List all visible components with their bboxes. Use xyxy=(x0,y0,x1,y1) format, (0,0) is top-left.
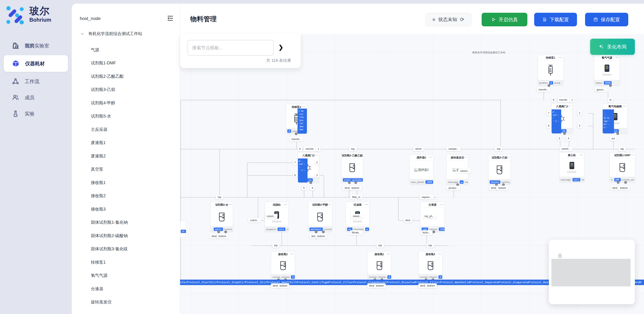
node-menu-icon[interactable]: ••• xyxy=(615,56,619,59)
tree-item[interactable]: 氢气气源 xyxy=(91,269,180,282)
flow-node[interactable]: 试剂瓶5-水•••:watercurrent_v›› xyxy=(210,202,233,232)
port-pill[interactable]: centrif... xyxy=(560,147,572,151)
node-menu-icon[interactable]: ••• xyxy=(440,203,444,206)
port-pill[interactable]: 2 xyxy=(578,111,582,116)
node-menu-icon[interactable]: ••• xyxy=(365,203,368,206)
port-pill[interactable]: transfe. xyxy=(558,98,570,102)
port-pill[interactable]: botto... xyxy=(421,230,432,235)
value-badge[interactable]: DMF xyxy=(614,178,621,181)
node-menu-icon[interactable]: ••• xyxy=(290,252,294,255)
node-menu-icon[interactable]: ••• xyxy=(438,252,441,255)
port-handle[interactable]: › xyxy=(322,230,325,233)
port-pill[interactable]: out xyxy=(610,136,617,141)
port-pill[interactable]: 6 xyxy=(293,173,297,178)
port-handle[interactable]: › xyxy=(315,230,318,233)
port-pill[interactable]: bind xyxy=(404,218,412,223)
value-badge[interactable]: 0 xyxy=(387,275,391,279)
flow-node[interactable]: 试剂瓶2-乙酸乙酯•••ethyl_acetatecurre›› xyxy=(341,153,363,183)
port-pill[interactable]: top xyxy=(216,195,223,199)
download-config-button[interactable]: 下载配置 xyxy=(534,13,577,26)
port-pill[interactable]: bind xyxy=(610,186,619,190)
node-menu-icon[interactable]: ••• xyxy=(568,105,572,108)
port-pill[interactable]: 7 xyxy=(546,111,551,116)
port-pill[interactable]: top_ph... xyxy=(423,214,436,219)
flow-node[interactable]: 转移泵1•••position:0pump› xyxy=(538,55,564,86)
port-pill[interactable]: 8 xyxy=(552,98,556,102)
collapse-panel-icon[interactable] xyxy=(167,15,174,22)
value-badge[interactable]: ▬ xyxy=(460,180,464,184)
flow-node[interactable]: 搅拌器2•••搅拌器2max_speed:2000 xyxy=(410,155,433,185)
expand-chevron-icon[interactable]: ❯ xyxy=(278,44,283,51)
tree-item[interactable]: 试剂瓶2-乙酸乙酯 xyxy=(91,70,180,83)
port-pill[interactable]: bottom xyxy=(316,234,327,239)
port-pill[interactable]: 8 xyxy=(298,147,302,151)
node-search-input[interactable] xyxy=(188,40,274,56)
tree-item[interactable]: 主反应器 xyxy=(91,123,180,136)
flow-node[interactable]: 氢气电磁阀•••Devicestatus:nul: ': 12.0, ime':… xyxy=(602,104,628,134)
flow-node[interactable]: 氢气气源•••Devicestatus:OPEN› xyxy=(594,55,620,86)
tree-item[interactable]: 试剂瓶3-己烷 xyxy=(91,83,180,96)
port-handle[interactable]: › xyxy=(616,132,619,135)
port-handle[interactable]: › xyxy=(224,230,227,233)
port-pill[interactable]: top xyxy=(495,147,502,151)
port-pill[interactable]: separa... xyxy=(420,195,434,199)
node-menu-icon[interactable]: ••• xyxy=(464,156,467,159)
tree-item[interactable]: 废液瓶1 xyxy=(91,136,180,150)
port-pill[interactable]: transfe... xyxy=(290,137,304,142)
value-badge[interactable]: null xyxy=(278,228,286,231)
value-badge[interactable]: dl xyxy=(181,230,186,233)
node-menu-icon[interactable]: ••• xyxy=(623,105,626,108)
node-menu-icon[interactable]: ••• xyxy=(506,156,510,159)
node-menu-icon[interactable]: ••• xyxy=(387,252,390,255)
port-handle[interactable]: › xyxy=(295,132,298,135)
node-menu-icon[interactable]: ••• xyxy=(284,203,287,206)
port-handle[interactable]: › xyxy=(348,181,351,184)
minimap[interactable] xyxy=(549,240,635,304)
sidebar-item-my-lab[interactable]: 我的实验室 xyxy=(4,39,68,52)
port-handle[interactable]: › xyxy=(624,181,627,184)
value-badge[interactable]: 0 xyxy=(549,81,553,85)
port-pill[interactable]: 1 xyxy=(570,98,574,102)
value-badge[interactable]: nu xyxy=(308,178,313,182)
port-handle[interactable]: › xyxy=(432,230,435,233)
tree-item[interactable]: 接收瓶2 xyxy=(91,189,180,203)
port-pill[interactable]: bottom xyxy=(618,186,630,190)
port-pill[interactable]: 5 xyxy=(302,186,306,190)
port-handle[interactable]: › xyxy=(563,132,566,135)
flow-node[interactable]: 转移泵2•••0pump_info:{'de 'vir 'sta 'pos 'c… xyxy=(286,104,307,134)
tree-item[interactable]: 试剂瓶5-水 xyxy=(91,110,180,123)
tree-item[interactable]: 接收瓶3 xyxy=(91,202,180,216)
flow-node[interactable]: 八通阀门1•••status:Idp', ion': › ' ⚿ ›› xyxy=(552,104,573,134)
port-pill[interactable]: bottom xyxy=(496,186,508,190)
value-badge[interactable]: 2000 xyxy=(426,180,433,184)
value-badge[interactable]: 250 xyxy=(439,228,444,231)
port-handle[interactable]: › xyxy=(217,230,220,233)
node-menu-icon[interactable]: ••• xyxy=(358,154,362,157)
port-pill[interactable]: sample... xyxy=(446,147,461,151)
port-pill[interactable]: bottom xyxy=(217,234,228,239)
port-pill[interactable]: top xyxy=(272,243,280,248)
port-handle[interactable]: › xyxy=(617,181,620,184)
port-handle[interactable]: › xyxy=(548,84,550,87)
port-pill[interactable]: transfe... xyxy=(537,87,550,92)
node-menu-icon[interactable]: ••• xyxy=(580,154,583,156)
beautify-layout-button[interactable]: 美化布局 xyxy=(590,39,635,55)
node-menu-icon[interactable]: ••• xyxy=(559,56,562,59)
flow-node[interactable]: 接收瓶2•••current_volume:0›› xyxy=(271,251,295,280)
value-badge[interactable]: 0 xyxy=(287,129,291,133)
port-pill[interactable]: 3 xyxy=(315,173,319,178)
port-pill[interactable]: gasso... xyxy=(595,87,608,92)
port-pill[interactable]: transfe. xyxy=(304,147,316,151)
port-pill[interactable]: 1 xyxy=(316,147,321,151)
port-pill[interactable]: bottom xyxy=(374,283,386,288)
port-pill[interactable]: retent... xyxy=(351,214,364,219)
port-pill[interactable]: bottom xyxy=(425,283,437,288)
port-pill[interactable]: bottom xyxy=(350,186,361,190)
tree-item[interactable]: 固体试剂瓶2-碳酸钠 xyxy=(91,229,180,242)
flow-node[interactable]: 离心机•••Devicemessage:nullma xyxy=(559,152,584,182)
value-badge[interactable]: Id xyxy=(561,129,566,133)
status-pill[interactable]: 状态未知 ⟳ xyxy=(426,13,472,26)
flow-node[interactable]: 试剂瓶4-甲醇•••methanolcurrent_›› xyxy=(308,202,332,232)
refresh-icon[interactable]: ⟳ xyxy=(460,17,464,22)
flow-node[interactable]: 接收瓶3•••current_volume:0›› xyxy=(418,251,442,280)
